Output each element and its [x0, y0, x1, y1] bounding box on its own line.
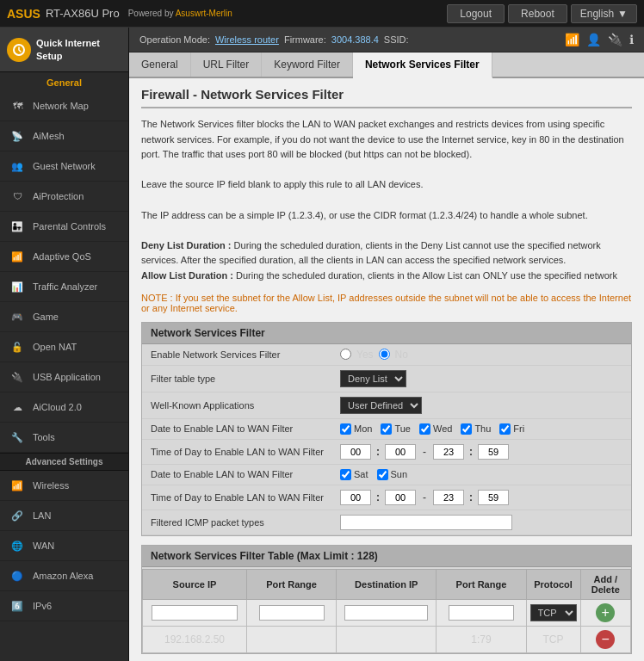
- sat-checkbox-item[interactable]: Sat: [340, 469, 368, 480]
- time1-from-mm[interactable]: [385, 444, 416, 460]
- user-icon: 👤: [586, 33, 601, 46]
- time1-from-hh[interactable]: [340, 444, 371, 460]
- time1-to-mm[interactable]: [478, 444, 509, 460]
- icmp-value: [340, 515, 622, 530]
- aiprotection-icon: 🛡: [9, 188, 26, 205]
- fri-checkbox[interactable]: [499, 423, 511, 435]
- general-section-label: General: [0, 72, 128, 91]
- sidebar-item-aicloud[interactable]: ☁ AiCloud 2.0: [0, 392, 128, 423]
- row1-dest-ip-input[interactable]: [344, 605, 428, 621]
- guest-network-icon: 👥: [9, 158, 26, 175]
- sidebar-item-usb-application[interactable]: 🔌 USB Application: [0, 362, 128, 392]
- reboot-button[interactable]: Reboot: [508, 4, 567, 23]
- sidebar-item-amazon-alexa[interactable]: 🔵 Amazon Alexa: [0, 561, 128, 591]
- tab-general[interactable]: General: [129, 53, 191, 77]
- table-row-input: TCP UDP Both +: [143, 599, 631, 626]
- tab-url-filter[interactable]: URL Filter: [191, 53, 263, 77]
- sidebar-item-adaptive-qos[interactable]: 📶 Adaptive QoS: [0, 242, 128, 272]
- sidebar-item-wan[interactable]: 🌐 WAN: [0, 531, 128, 561]
- mon-label: Mon: [354, 423, 372, 434]
- firmware-label: Firmware:: [284, 34, 326, 45]
- time2-to-mm[interactable]: [478, 490, 509, 505]
- mon-checkbox-item[interactable]: Mon: [340, 423, 372, 435]
- well-known-select[interactable]: User Defined HTTP FTP: [340, 397, 422, 414]
- language-selector[interactable]: English ▼: [571, 4, 637, 23]
- sidebar-item-ipv6[interactable]: 6️⃣ IPv6: [0, 591, 128, 621]
- sidebar-item-aiprotection[interactable]: 🛡 AiProtection: [0, 182, 128, 212]
- game-icon: 🎮: [9, 308, 26, 325]
- time1-to-hh[interactable]: [433, 444, 464, 460]
- enable-no-radio[interactable]: [379, 349, 390, 360]
- tue-checkbox[interactable]: [381, 423, 392, 435]
- traffic-analyzer-icon: 📊: [9, 278, 26, 295]
- sidebar-label-lan: LAN: [33, 510, 51, 521]
- fri-label: Fri: [513, 423, 524, 434]
- row1-protocol-select[interactable]: TCP UDP Both: [530, 604, 577, 621]
- time2-from-mm[interactable]: [385, 490, 416, 505]
- date-filter-value2: Sat Sun: [340, 469, 622, 480]
- allow-list-desc: Allow List Duration : During the schedul…: [141, 269, 632, 284]
- filter-table: Source IP Port Range Destination IP Port…: [142, 569, 631, 653]
- sidebar-item-wireless[interactable]: 📶 Wireless: [0, 471, 128, 501]
- mon-checkbox[interactable]: [340, 423, 351, 435]
- sidebar-label-guest-network: Guest Network: [33, 161, 96, 171]
- wed-checkbox[interactable]: [419, 423, 430, 435]
- icmp-input[interactable]: [340, 515, 512, 530]
- sun-checkbox[interactable]: [377, 469, 388, 480]
- desc-para3: The IP address can be a simple IP (1.2.3…: [141, 208, 632, 224]
- sidebar-item-game[interactable]: 🎮 Game: [0, 302, 128, 332]
- quick-setup-item[interactable]: Quick Internet Setup: [0, 28, 128, 72]
- row1-port-range1-input[interactable]: [259, 605, 325, 621]
- tue-checkbox-item[interactable]: Tue: [381, 423, 411, 435]
- topbar-icons: 📶 👤 🔌 ℹ: [565, 33, 634, 46]
- header: ASUS RT-AX86U Pro Powered by Asuswrt-Mer…: [0, 0, 644, 28]
- enable-filter-value: Yes No: [340, 349, 622, 361]
- note-text: NOTE : If you set the subnet for the All…: [141, 293, 632, 313]
- filter-table-type-label: Filter table type: [151, 374, 340, 384]
- sidebar-item-guest-network[interactable]: 👥 Guest Network: [0, 151, 128, 182]
- sidebar-item-tools[interactable]: 🔧 Tools: [0, 423, 128, 453]
- thu-checkbox-item[interactable]: Thu: [461, 423, 491, 435]
- wan-icon: 🌐: [9, 537, 26, 554]
- logout-button[interactable]: Logout: [447, 4, 505, 23]
- filter-settings-header: Network Services Filter: [142, 323, 631, 344]
- sidebar-item-parental-controls[interactable]: 👨‍👧 Parental Controls: [0, 212, 128, 242]
- filter-table-type-select[interactable]: Deny List Allow List: [340, 370, 406, 387]
- time2-to-hh[interactable]: [433, 490, 464, 505]
- remove-row-button[interactable]: −: [596, 630, 615, 649]
- row1-protocol-cell: TCP UDP Both: [526, 599, 580, 626]
- sidebar-item-traffic-analyzer[interactable]: 📊 Traffic Analyzer: [0, 272, 128, 302]
- time-filter-label2: Time of Day to Enable LAN to WAN Filter: [151, 492, 340, 503]
- ipv6-icon: 6️⃣: [9, 597, 26, 615]
- enable-yes-label: Yes: [356, 349, 374, 361]
- add-row-button[interactable]: +: [596, 603, 615, 622]
- deny-list-desc: Deny List Duration : During the schedule…: [141, 238, 632, 269]
- row2-protocol-value: TCP: [543, 633, 564, 646]
- wifi-icon: 📶: [565, 33, 579, 46]
- row1-source-ip-input[interactable]: [152, 605, 238, 621]
- thu-checkbox[interactable]: [461, 423, 472, 435]
- date-filter-value1: Mon Tue Wed Thu Fri: [340, 423, 622, 435]
- filter-table-type-value: Deny List Allow List: [340, 370, 622, 387]
- sidebar-item-lan[interactable]: 🔗 LAN: [0, 501, 128, 531]
- row2-source-ip-value: 192.168.2.50: [164, 633, 225, 646]
- tab-keyword-filter[interactable]: Keyword Filter: [262, 53, 353, 77]
- thu-label: Thu: [474, 423, 491, 434]
- weekend-group: Sat Sun: [340, 469, 407, 480]
- sat-checkbox[interactable]: [340, 469, 351, 480]
- sidebar-item-network-map[interactable]: 🗺 Network Map: [0, 91, 128, 121]
- tab-network-services-filter[interactable]: Network Services Filter: [353, 53, 492, 78]
- sidebar-item-open-nat[interactable]: 🔓 Open NAT: [0, 332, 128, 362]
- sidebar-item-aimesh[interactable]: 📡 AiMesh: [0, 121, 128, 151]
- time2-from-hh[interactable]: [340, 490, 371, 505]
- chevron-down-icon: ▼: [617, 8, 628, 20]
- quick-setup-icon: [7, 38, 31, 62]
- sidebar-label-ipv6: IPv6: [33, 601, 52, 611]
- sun-checkbox-item[interactable]: Sun: [377, 469, 408, 480]
- fri-checkbox-item[interactable]: Fri: [499, 423, 524, 435]
- tools-icon: 🔧: [9, 429, 26, 446]
- wed-checkbox-item[interactable]: Wed: [419, 423, 452, 435]
- sidebar-label-network-map: Network Map: [33, 101, 89, 111]
- row1-port-range2-input[interactable]: [449, 605, 514, 621]
- enable-yes-radio[interactable]: [340, 349, 351, 360]
